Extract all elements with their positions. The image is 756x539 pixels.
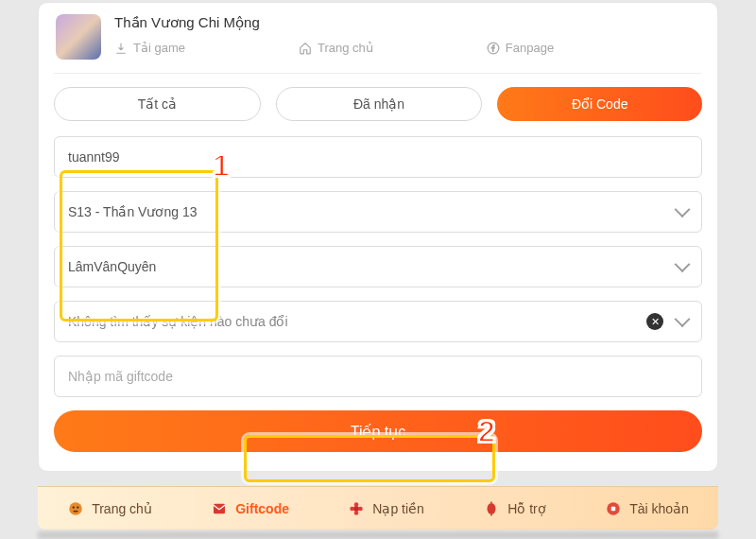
callout-1: 1 [213, 148, 230, 183]
form-fields: tuannt99 S13 - Thần Vương 13 LâmVânQuyên [54, 136, 702, 287]
download-icon [114, 42, 128, 55]
svg-rect-4 [214, 503, 225, 513]
nav-account[interactable]: Tài khoản [605, 500, 689, 517]
nav-giftcode[interactable]: Giftcode [211, 500, 289, 517]
continue-button[interactable]: Tiếp tục [54, 410, 702, 452]
svg-point-5 [353, 506, 359, 512]
bottom-shadow [38, 531, 718, 539]
game-meta: Thần Vương Chi Mộng Tải game Trang chủ [114, 14, 700, 55]
bottom-nav: Trang chủ Giftcode Nạp tiền Hỗ trợ Tài k… [38, 486, 718, 530]
main-card: Thần Vương Chi Mộng Tải game Trang chủ [38, 2, 718, 472]
nav-topup[interactable]: Nạp tiền [348, 500, 424, 517]
tab-all[interactable]: Tất cả [54, 87, 261, 121]
svg-point-9 [359, 506, 364, 511]
event-select[interactable]: Không tìm thấy sự kiện nào chưa đổi ✕ [54, 301, 702, 342]
flower-icon [348, 500, 365, 517]
coin-icon [605, 500, 622, 517]
svg-point-2 [73, 506, 75, 508]
envelope-icon [211, 500, 228, 517]
clear-icon[interactable]: ✕ [646, 313, 663, 330]
fanpage-label: Fanpage [506, 41, 554, 55]
nav-support[interactable]: Hỗ trợ [483, 500, 546, 517]
svg-rect-14 [611, 506, 616, 511]
tab-redeem[interactable]: Đổi Code [497, 87, 702, 121]
game-links: Tải game Trang chủ Fanpage [114, 41, 700, 55]
game-title: Thần Vương Chi Mộng [114, 14, 700, 31]
nav-support-label: Hỗ trợ [507, 501, 546, 516]
svg-point-8 [351, 506, 355, 511]
svg-point-7 [354, 511, 359, 515]
server-select[interactable]: S13 - Thần Vương 13 [54, 191, 702, 233]
svg-point-10 [488, 503, 496, 514]
nav-home-label: Trang chủ [92, 501, 152, 516]
nav-home[interactable]: Trang chủ [67, 500, 152, 517]
svg-point-6 [354, 502, 359, 507]
fanpage-link[interactable]: Fanpage [487, 41, 554, 55]
tab-received[interactable]: Đã nhận [276, 87, 483, 121]
facebook-icon [487, 42, 500, 55]
username-input[interactable]: tuannt99 [54, 136, 702, 178]
game-header: Thần Vương Chi Mộng Tải game Trang chủ [54, 10, 702, 74]
svg-point-3 [77, 506, 78, 508]
event-text: Không tìm thấy sự kiện nào chưa đổi [68, 314, 288, 329]
callout-2: 2 [478, 414, 495, 449]
giftcode-input[interactable]: Nhập mã giftcode [54, 356, 702, 397]
home-label: Trang chủ [318, 41, 373, 55]
lantern-icon [483, 500, 500, 517]
download-label: Tải game [133, 41, 185, 55]
tab-row: Tất cả Đã nhận Đổi Code [54, 87, 702, 121]
home-icon [299, 42, 312, 55]
svg-point-1 [69, 502, 82, 515]
download-link[interactable]: Tải game [114, 41, 185, 55]
nav-giftcode-label: Giftcode [235, 501, 289, 516]
home-link[interactable]: Trang chủ [299, 41, 373, 55]
character-select[interactable]: LâmVânQuyên [54, 246, 702, 287]
nav-topup-label: Nạp tiền [372, 501, 424, 516]
tiger-icon [67, 500, 84, 517]
game-icon [56, 14, 101, 60]
nav-account-label: Tài khoản [629, 501, 689, 516]
